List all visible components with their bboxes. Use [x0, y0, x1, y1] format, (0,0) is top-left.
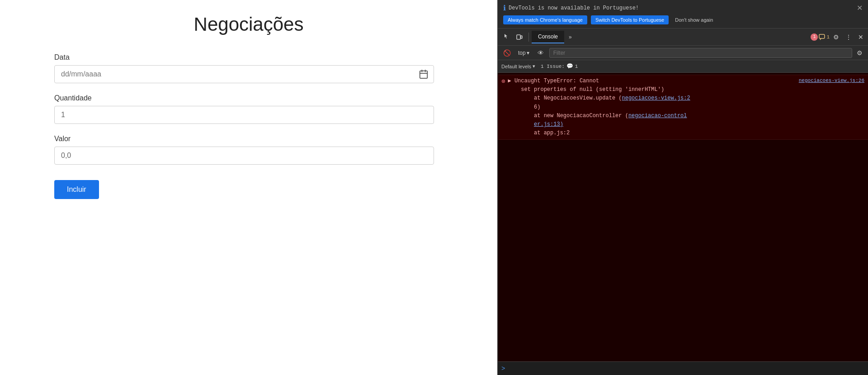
tab-console[interactable]: Console: [532, 31, 564, 43]
error-link3[interactable]: negociacao-control: [628, 113, 687, 119]
default-levels-label: Default levels: [501, 64, 531, 69]
data-form-group: Data: [54, 53, 443, 83]
toolbar-separator-1: [528, 33, 529, 42]
filter-input[interactable]: [549, 48, 852, 58]
tab-more-button[interactable]: »: [565, 31, 576, 43]
date-input-wrapper: [54, 65, 434, 83]
valor-label: Valor: [54, 135, 443, 143]
valor-form-group: Valor: [54, 135, 443, 165]
devtools-notification: ℹ DevTools is now available in Portugues…: [498, 0, 868, 28]
default-levels-chevron: ▾: [533, 63, 535, 69]
error-line4: at new NegociacaoController (: [508, 113, 628, 119]
error-line2: set properties of null (setting 'innerHT…: [508, 86, 664, 93]
error-triangle[interactable]: ▶: [508, 78, 514, 84]
svg-rect-0: [420, 71, 428, 79]
warning-count: 1: [826, 34, 830, 40]
error-line1: Uncaught TypeError: Cannot: [514, 78, 599, 84]
notification-buttons: Always match Chrome's language Switch De…: [503, 15, 863, 24]
error-badge: 1: [811, 33, 818, 41]
error-icon: ⊗: [501, 77, 505, 85]
context-selector[interactable]: top ▾: [515, 49, 532, 57]
svg-rect-4: [517, 35, 520, 39]
error-line5: at app.js:2: [508, 130, 570, 136]
issue-icon: 💬: [566, 63, 573, 70]
console-input[interactable]: [509, 366, 864, 372]
page-title: Negociações: [54, 14, 443, 35]
error-link3b: [508, 121, 534, 128]
data-label: Data: [54, 53, 443, 62]
context-label: top: [518, 50, 526, 56]
notification-info: ℹ DevTools is now available in Portugues…: [503, 4, 639, 13]
notification-text: DevTools is now available in Portuguese!: [509, 5, 639, 11]
error-link3c[interactable]: er.js:13): [534, 121, 563, 128]
console-output: ⊗ ▶ Uncaught TypeError: Cannot negociaco…: [498, 73, 868, 361]
chevron-down-icon: ▾: [527, 50, 529, 56]
quantidade-label: Quantidade: [54, 94, 443, 102]
quantidade-form-group: Quantidade: [54, 94, 443, 124]
console-levels-bar: Default levels ▾ 1 Issue: 💬 1: [498, 60, 868, 73]
console-settings-button[interactable]: ⚙: [855, 48, 864, 57]
console-toolbar: 🚫 top ▾ 👁 ⚙: [498, 46, 868, 60]
notification-close-button[interactable]: ✕: [857, 5, 863, 12]
match-language-button[interactable]: Always match Chrome's language: [503, 15, 587, 24]
quantidade-input[interactable]: [54, 106, 434, 124]
console-prompt-icon: >: [501, 365, 505, 372]
error-count-badge: 1: [811, 33, 818, 41]
eye-icon-button[interactable]: 👁: [535, 48, 547, 57]
device-toolbar-button[interactable]: [513, 32, 526, 43]
settings-icon-button[interactable]: ⚙: [830, 32, 842, 43]
chat-icon: [819, 34, 825, 40]
svg-rect-5: [521, 36, 522, 38]
issue-badge: 1 Issue: 💬 1: [541, 63, 578, 70]
default-levels-button[interactable]: Default levels ▾: [501, 63, 535, 69]
inspector-icon-button[interactable]: [500, 32, 512, 43]
calendar-icon[interactable]: [419, 69, 429, 79]
more-options-button[interactable]: ⋮: [843, 32, 854, 43]
console-input-row: >: [498, 361, 868, 375]
incluir-button[interactable]: Incluir: [54, 180, 99, 199]
error-line3: at NegociacoesView.update (: [508, 95, 622, 101]
error-entry: ⊗ ▶ Uncaught TypeError: Cannot negociaco…: [498, 75, 868, 140]
error-line3b: 6): [508, 104, 540, 110]
main-content: Negociações Data Quantidade Valor Inclui…: [0, 0, 497, 375]
issue-label: 1 Issue:: [541, 64, 565, 69]
error-link1[interactable]: negociacoes-view.js:26: [799, 77, 864, 85]
info-icon: ℹ: [503, 4, 506, 13]
svg-rect-6: [819, 34, 825, 38]
error-link2[interactable]: negociacoes-view.js:2: [622, 95, 690, 101]
switch-portuguese-button[interactable]: Switch DevTools to Portuguese: [591, 15, 669, 24]
data-input[interactable]: [54, 65, 434, 83]
warning-badge: 1: [819, 34, 830, 40]
issue-count: 1: [575, 64, 578, 69]
dont-show-button[interactable]: Don't show again: [672, 15, 716, 24]
clear-console-button[interactable]: 🚫: [501, 48, 513, 57]
close-devtools-button[interactable]: ✕: [855, 32, 866, 43]
devtools-panel: ℹ DevTools is now available in Portugues…: [497, 0, 868, 375]
devtools-toolbar: Console » 1 1 ⚙ ⋮ ✕: [498, 28, 868, 46]
error-text: ▶ Uncaught TypeError: Cannot negociacoes…: [508, 77, 864, 138]
valor-input[interactable]: [54, 147, 434, 165]
